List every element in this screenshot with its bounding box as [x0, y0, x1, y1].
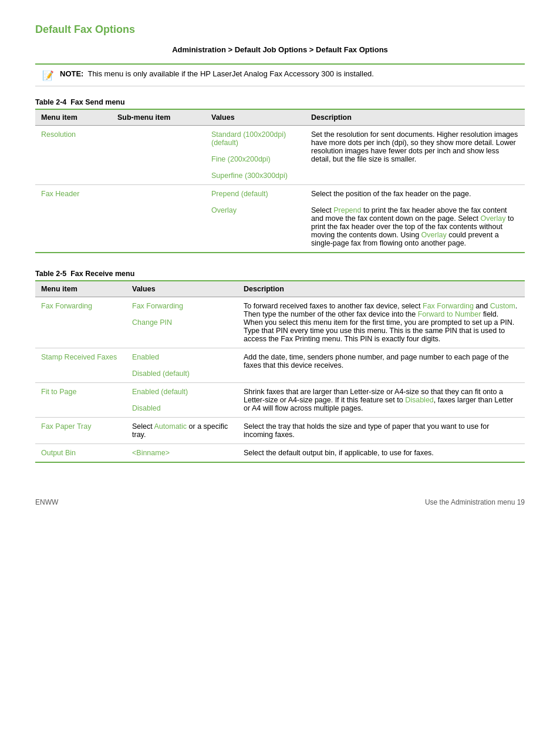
- fax-send-col-submenu: Sub-menu item: [112, 109, 205, 126]
- change-pin-value[interactable]: Change PIN: [132, 318, 172, 327]
- fax-paper-tray-menu-item: Fax Paper Tray: [35, 418, 126, 444]
- fax-paper-tray-link[interactable]: Fax Paper Tray: [41, 422, 91, 431]
- prepend-value[interactable]: Prepend (default): [211, 190, 268, 198]
- fax-forwarding-inline-link[interactable]: Fax Forwarding: [423, 302, 474, 310]
- fax-paper-tray-values: Select Automatic or a specific tray.: [126, 418, 238, 444]
- fax-send-caption: Table 2-4 Fax Send menu: [35, 98, 525, 106]
- fax-forwarding-link[interactable]: Fax Forwarding: [41, 302, 92, 310]
- fax-header-link[interactable]: Fax Header: [41, 190, 79, 198]
- note-label: NOTE:: [60, 69, 83, 78]
- resolution-fine[interactable]: Fine (200x200dpi): [211, 155, 271, 163]
- output-bin-link[interactable]: Output Bin: [41, 449, 76, 457]
- disabled-inline-link[interactable]: Disabled: [405, 396, 434, 404]
- fax-send-table-section: Table 2-4 Fax Send menu Menu item Sub-me…: [35, 98, 525, 253]
- resolution-desc: Set the resolution for sent documents. H…: [305, 126, 525, 185]
- fax-send-caption-label: Fax Send menu: [70, 98, 124, 106]
- footer-right: Use the Administration menu 19: [425, 498, 525, 506]
- stamp-menu-item: Stamp Received Faxes: [35, 348, 126, 383]
- footer: ENWW Use the Administration menu 19: [35, 498, 525, 506]
- table-row: Stamp Received Faxes Enabled Disabled (d…: [35, 348, 525, 383]
- stamp-enabled[interactable]: Enabled: [132, 353, 159, 361]
- fax-forwarding-values: Fax Forwarding Change PIN: [126, 297, 238, 348]
- fax-receive-caption-label: Fax Receive menu: [70, 270, 134, 278]
- fax-header-values: Prepend (default) Overlay: [205, 185, 305, 253]
- fax-receive-caption: Table 2-5 Fax Receive menu: [35, 270, 525, 278]
- fax-receive-col-menu: Menu item: [35, 281, 126, 297]
- binname-value[interactable]: <Binname>: [132, 449, 170, 457]
- resolution-menu-item: Resolution: [35, 126, 112, 185]
- stamp-desc: Add the date, time, senders phone number…: [238, 348, 525, 383]
- resolution-submenu: [112, 126, 205, 185]
- stamp-values: Enabled Disabled (default): [126, 348, 238, 383]
- overlay-link[interactable]: Overlay: [480, 214, 505, 223]
- automatic-link[interactable]: Automatic: [154, 422, 187, 431]
- table-row: Fax Header Prepend (default) Overlay Sel…: [35, 185, 525, 253]
- output-bin-desc: Select the default output bin, if applic…: [238, 444, 525, 463]
- fax-receive-table-num: Table 2-5: [35, 270, 66, 278]
- prepend-link[interactable]: Prepend: [333, 206, 361, 214]
- fit-disabled[interactable]: Disabled: [132, 404, 161, 412]
- note-box: 📝 NOTE: This menu is only available if t…: [35, 63, 525, 86]
- resolution-superfine[interactable]: Superfine (300x300dpi): [211, 172, 288, 180]
- stamp-link[interactable]: Stamp Received Faxes: [41, 353, 117, 361]
- fax-send-header-row: Menu item Sub-menu item Values Descripti…: [35, 109, 525, 126]
- note-icon: 📝: [42, 70, 54, 81]
- overlay-link2[interactable]: Overlay: [421, 231, 447, 239]
- table-row: Resolution Standard (100x200dpi) (defaul…: [35, 126, 525, 185]
- fax-paper-tray-desc: Select the tray that holds the size and …: [238, 418, 525, 444]
- fit-to-page-menu-item: Fit to Page: [35, 383, 126, 418]
- table-row: Output Bin <Binname> Select the default …: [35, 444, 525, 463]
- table-row: Fax Paper Tray Select Automatic or a spe…: [35, 418, 525, 444]
- fax-header-desc: Select the position of the fax header on…: [305, 185, 525, 253]
- output-bin-menu-item: Output Bin: [35, 444, 126, 463]
- fit-enabled[interactable]: Enabled (default): [132, 388, 188, 396]
- stamp-disabled[interactable]: Disabled (default): [132, 369, 190, 378]
- resolution-standard[interactable]: Standard (100x200dpi) (default): [211, 130, 286, 147]
- footer-left: ENWW: [35, 498, 58, 506]
- fax-send-col-menu: Menu item: [35, 109, 112, 126]
- table-row: Fax Forwarding Fax Forwarding Change PIN…: [35, 297, 525, 348]
- forward-to-number-link[interactable]: Forward to Number: [418, 310, 481, 318]
- fax-send-col-values: Values: [205, 109, 305, 126]
- fax-send-table-num: Table 2-4: [35, 98, 66, 106]
- fax-forwarding-menu-item: Fax Forwarding: [35, 297, 126, 348]
- fax-receive-header-row: Menu item Values Description: [35, 281, 525, 297]
- resolution-values: Standard (100x200dpi) (default) Fine (20…: [205, 126, 305, 185]
- fax-send-col-desc: Description: [305, 109, 525, 126]
- fit-to-page-desc: Shrink faxes that are larger than Letter…: [238, 383, 525, 418]
- fax-receive-table: Menu item Values Description Fax Forward…: [35, 280, 525, 463]
- note-text: NOTE: This menu is only available if the…: [60, 69, 374, 78]
- overlay-value[interactable]: Overlay: [211, 206, 237, 214]
- note-content: This menu is only available if the HP La…: [87, 69, 374, 78]
- fax-header-submenu: [112, 185, 205, 253]
- resolution-link[interactable]: Resolution: [41, 130, 76, 139]
- fax-receive-col-values: Values: [126, 281, 238, 297]
- fax-receive-col-desc: Description: [238, 281, 525, 297]
- fax-send-table: Menu item Sub-menu item Values Descripti…: [35, 109, 525, 253]
- fax-forwarding-desc: To forward received faxes to another fax…: [238, 297, 525, 348]
- fit-to-page-values: Enabled (default) Disabled: [126, 383, 238, 418]
- fax-header-menu-item: Fax Header: [35, 185, 112, 253]
- breadcrumb: Administration > Default Job Options > D…: [35, 45, 525, 54]
- custom-link[interactable]: Custom: [490, 302, 515, 310]
- fax-forwarding-value[interactable]: Fax Forwarding: [132, 302, 183, 310]
- page-title: Default Fax Options: [35, 23, 525, 36]
- fit-to-page-link[interactable]: Fit to Page: [41, 388, 76, 396]
- table-row: Fit to Page Enabled (default) Disabled S…: [35, 383, 525, 418]
- fax-receive-table-section: Table 2-5 Fax Receive menu Menu item Val…: [35, 270, 525, 463]
- output-bin-values: <Binname>: [126, 444, 238, 463]
